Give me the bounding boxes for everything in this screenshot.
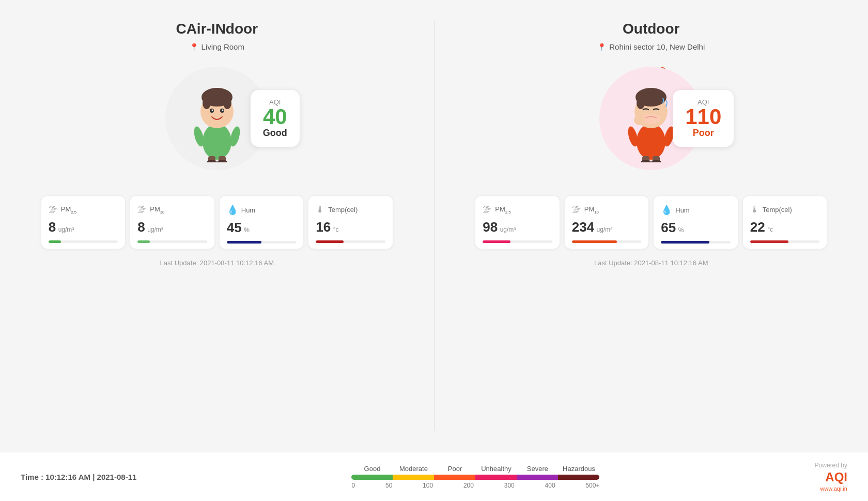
indoor-aqi-container: AQI 40 Good — [134, 62, 300, 175]
indoor-pm25-track — [49, 240, 118, 243]
outdoor-pm10-unit: ug/m³ — [597, 226, 613, 233]
indoor-hum-bar — [227, 241, 261, 244]
temp-icon-outdoor: 🌡 — [750, 204, 760, 215]
svg-point-10 — [211, 110, 213, 111]
outdoor-pm10-value: 234 — [572, 219, 594, 235]
bottom-bar: Time : 10:12:16 AM | 2021-08-11 Good Mod… — [0, 452, 868, 501]
outdoor-pm25-label: PM2.5 — [495, 205, 510, 215]
outdoor-temp-unit: °c — [767, 226, 773, 233]
outdoor-temp-label: Temp(cel) — [763, 206, 792, 214]
outdoor-pm10-header: 🌫 PM10 — [572, 204, 642, 215]
powered-text: Powered by — [815, 462, 847, 469]
legend-hazardous: Hazardous — [558, 465, 599, 473]
aqi-brand: AQI — [825, 470, 847, 484]
outdoor-hum-bar — [661, 241, 709, 244]
svg-point-6 — [203, 97, 211, 109]
indoor-temp-header: 🌡 Temp(cel) — [316, 204, 385, 215]
legend-severe: Severe — [517, 465, 558, 473]
outdoor-pm10-bar — [572, 240, 617, 243]
time-display: Time : 10:12:16 AM | 2021-08-11 — [21, 473, 136, 481]
indoor-pm25-bar — [49, 240, 61, 243]
pm25-icon-outdoor: 🌫 — [483, 204, 492, 215]
svg-point-7 — [223, 97, 231, 109]
svg-point-11 — [222, 110, 223, 111]
outdoor-hum-value: 65 — [661, 220, 676, 235]
legend-poor: Poor — [434, 465, 475, 473]
indoor-hum-unit: % — [244, 226, 250, 234]
indoor-hum-label: Hum — [241, 206, 255, 214]
indoor-temp-unit: °c — [333, 226, 339, 233]
outdoor-metrics-row: 🌫 PM2.5 98 ug/m³ 🌫 PM10 234 — [475, 196, 827, 249]
outdoor-pm10-card: 🌫 PM10 234 ug/m³ — [565, 196, 649, 249]
indoor-aqi-status: Good — [263, 128, 287, 139]
legend-num-300: 300 — [504, 482, 515, 489]
svg-point-3 — [203, 124, 231, 160]
legend-moderate: Moderate — [393, 465, 434, 473]
indoor-pm25-unit: ug/m³ — [58, 226, 74, 233]
indoor-temp-bar — [316, 240, 344, 243]
legend-bar — [351, 475, 599, 480]
outdoor-temp-header: 🌡 Temp(cel) — [750, 204, 820, 215]
indoor-hum-track — [227, 241, 297, 244]
indoor-character — [183, 74, 251, 162]
time-value: 10:12:16 AM | 2021-08-11 — [45, 473, 136, 481]
indoor-metrics-row: 🌫 PM2.5 8 ug/m³ 🌫 PM10 8 — [41, 196, 393, 249]
indoor-pm25-label: PM2.5 — [61, 205, 76, 215]
indoor-hum-card: 💧 Hum 45 % — [220, 196, 304, 249]
outdoor-temp-track — [750, 240, 820, 243]
aqi-brand-url: www.aqi.in — [820, 485, 847, 492]
hum-icon-indoor: 💧 — [227, 204, 238, 216]
legend-seg-red — [475, 475, 517, 480]
legend-seg-green — [351, 475, 393, 480]
legend-good: Good — [351, 465, 393, 473]
legend-seg-purple — [517, 475, 558, 480]
legend-container: Good Moderate Poor Unhealthy Severe Haza… — [351, 465, 599, 489]
legend-seg-yellow — [393, 475, 434, 480]
outdoor-pm25-bar — [483, 240, 510, 243]
indoor-temp-track — [316, 240, 385, 243]
legend-num-400: 400 — [545, 482, 555, 489]
outdoor-panel: Outdoor 📍 Rohini sector 10, New Delhi — [435, 10, 869, 442]
indoor-pm10-bar — [137, 240, 150, 243]
indoor-temp-label: Temp(cel) — [328, 206, 358, 214]
outdoor-pm10-label: PM10 — [584, 205, 599, 215]
svg-point-24 — [642, 114, 660, 124]
outdoor-temp-value: 22 — [750, 219, 765, 235]
indoor-aqi-badge: AQI 40 Good — [251, 90, 300, 147]
indoor-temp-card: 🌡 Temp(cel) 16 °c — [308, 196, 393, 249]
indoor-pm25-value: 8 — [49, 219, 56, 235]
pm10-icon-indoor: 🌫 — [137, 204, 147, 215]
outdoor-title: Outdoor — [623, 21, 679, 37]
pm10-icon-outdoor: 🌫 — [572, 204, 581, 215]
outdoor-pm25-unit: ug/m³ — [500, 226, 516, 233]
indoor-pm10-unit: ug/m³ — [147, 226, 163, 233]
legend-num-50: 50 — [385, 482, 392, 489]
legend-num-100: 100 — [423, 482, 433, 489]
outdoor-hum-card: 💧 Hum 65 % — [654, 196, 738, 249]
outdoor-pm10-track — [572, 240, 642, 243]
powered-by: Powered by AQI www.aqi.in — [815, 462, 847, 492]
outdoor-hum-header: 💧 Hum — [661, 204, 731, 216]
indoor-pm10-card: 🌫 PM10 8 ug/m³ — [130, 196, 214, 249]
indoor-pm10-label: PM10 — [150, 205, 164, 215]
legend-numbers: 0 50 100 200 300 400 500+ — [351, 482, 599, 489]
outdoor-pm25-value: 98 — [483, 219, 498, 235]
indoor-hum-value: 45 — [227, 220, 242, 235]
outdoor-location: 📍 Rohini sector 10, New Delhi — [597, 42, 705, 51]
indoor-pm25-card: 🌫 PM2.5 8 ug/m³ — [41, 196, 126, 249]
legend-seg-maroon — [558, 475, 599, 480]
indoor-pm10-header: 🌫 PM10 — [137, 204, 207, 215]
outdoor-aqi-badge: AQI 110 Poor — [673, 90, 734, 147]
indoor-pm25-header: 🌫 PM2.5 — [49, 204, 118, 215]
svg-point-23 — [637, 97, 645, 109]
svg-point-20 — [637, 124, 665, 160]
outdoor-aqi-container: AQI 110 Poor — [568, 62, 734, 175]
indoor-pm10-value: 8 — [137, 219, 145, 235]
outdoor-hum-unit: % — [678, 226, 684, 234]
indoor-temp-value: 16 — [316, 219, 331, 235]
legend-unhealthy: Unhealthy — [475, 465, 517, 473]
svg-point-27 — [634, 115, 644, 125]
temp-icon-indoor: 🌡 — [316, 204, 325, 215]
location-icon-indoor: 📍 — [190, 43, 198, 51]
outdoor-temp-bar — [750, 240, 788, 243]
